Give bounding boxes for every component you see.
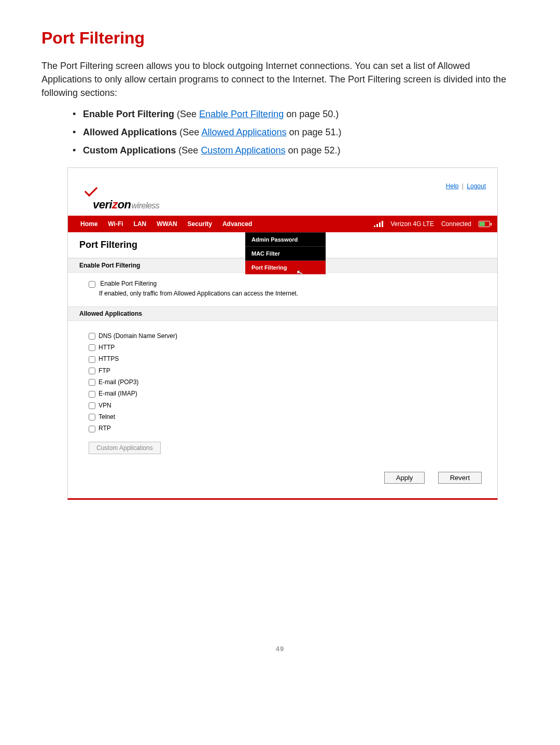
app-checkbox-ftp[interactable]: [89, 368, 95, 374]
check-icon: [83, 182, 99, 198]
app-label: E-mail (POP3): [99, 378, 138, 386]
outline-link[interactable]: Custom Applications: [201, 145, 285, 156]
outline-bold: Custom Applications: [83, 145, 176, 156]
page-number: 49: [41, 645, 519, 653]
logout-link[interactable]: Logout: [467, 182, 486, 190]
app-checkbox-http[interactable]: [89, 344, 95, 351]
outline-bold: Enable Port Filtering: [83, 109, 174, 119]
enable-port-filtering-checkbox[interactable]: [89, 281, 95, 288]
enable-port-filtering-label: Enable Port Filtering: [100, 280, 157, 287]
action-row: Apply Revert: [68, 463, 497, 498]
admin-screenshot: verizonwireless Help | Logout Home Wi-Fi…: [67, 167, 498, 499]
intro-paragraph: The Port Filtering screen allows you to …: [41, 59, 519, 100]
outline-link[interactable]: Allowed Applications: [201, 127, 286, 137]
outline-post: on page 51.): [287, 127, 342, 137]
app-checkbox-imap[interactable]: [89, 391, 95, 398]
custom-applications-button[interactable]: Custom Applications: [89, 442, 161, 454]
allowed-section-header: Allowed Applications: [68, 306, 497, 321]
app-label: HTTPS: [99, 355, 119, 362]
app-checkbox-pop3[interactable]: [89, 379, 95, 386]
allowed-apps-body: DNS (Domain Name Server) HTTP HTTPS FTP …: [68, 321, 497, 463]
nav-advanced[interactable]: Advanced: [217, 216, 257, 232]
section-outline: Enable Port Filtering (See Enable Port F…: [41, 109, 519, 156]
outline-post: on page 50.): [284, 109, 339, 119]
outline-item: Enable Port Filtering (See Enable Port F…: [73, 109, 519, 120]
app-label: VPN: [99, 402, 111, 409]
enable-section-body: Enable Port Filtering If enabled, only t…: [68, 273, 497, 306]
help-link[interactable]: Help: [446, 182, 459, 190]
separator: |: [462, 182, 464, 190]
nav-wwan[interactable]: WWAN: [151, 216, 182, 232]
menu-port-filtering[interactable]: Port Filtering ↖: [245, 260, 326, 274]
logo-brand-post: on: [118, 198, 131, 211]
menu-port-filtering-label: Port Filtering: [251, 264, 287, 271]
app-label: HTTP: [99, 344, 115, 351]
enable-hint: If enabled, only traffic from Allowed Ap…: [89, 290, 477, 297]
app-checkbox-vpn[interactable]: [89, 402, 95, 409]
main-nav: Home Wi-Fi LAN WWAN Security Advanced Ve…: [68, 216, 497, 232]
nav-wifi[interactable]: Wi-Fi: [103, 216, 128, 232]
nav-lan[interactable]: LAN: [129, 216, 152, 232]
signal-bars-icon: [374, 221, 383, 227]
menu-admin-password[interactable]: Admin Password: [245, 232, 326, 246]
security-dropdown: Admin Password MAC Filter Port Filtering…: [245, 232, 326, 274]
app-checkbox-dns[interactable]: [89, 333, 95, 340]
app-checkbox-telnet[interactable]: [89, 414, 95, 420]
outline-item: Custom Applications (See Custom Applicat…: [73, 145, 519, 156]
outline-item: Allowed Applications (See Allowed Applic…: [73, 127, 519, 138]
logo-sub: wireless: [132, 201, 160, 210]
revert-button[interactable]: Revert: [438, 472, 482, 484]
outline-post: on page 52.): [285, 145, 340, 156]
battery-icon: [479, 221, 490, 227]
app-label: RTP: [99, 425, 111, 432]
menu-mac-filter[interactable]: MAC Filter: [245, 246, 326, 260]
panel-title: Port Filtering: [68, 232, 169, 258]
connection-status: Connected: [441, 220, 471, 228]
carrier-label: Verizon 4G LTE: [390, 220, 434, 228]
app-checkbox-https[interactable]: [89, 356, 95, 363]
logo-brand-z: z: [112, 198, 118, 211]
nav-home[interactable]: Home: [75, 216, 103, 232]
app-checkbox-rtp[interactable]: [89, 426, 95, 432]
app-label: FTP: [99, 367, 110, 374]
verizon-logo: verizonwireless: [83, 182, 192, 212]
outline-pre: (See: [176, 145, 201, 156]
app-label: Telnet: [99, 413, 115, 420]
app-label: E-mail (IMAP): [99, 390, 137, 397]
app-label: DNS (Domain Name Server): [99, 332, 177, 340]
outline-pre: (See: [177, 127, 201, 137]
outline-pre: (See: [174, 109, 199, 119]
outline-bold: Allowed Applications: [83, 127, 177, 137]
apply-button[interactable]: Apply: [384, 472, 425, 484]
outline-link[interactable]: Enable Port Filtering: [199, 109, 284, 119]
page-title: Port Filtering: [41, 29, 519, 48]
nav-security[interactable]: Security: [183, 216, 217, 232]
logo-brand-pre: veri: [93, 198, 112, 211]
top-links: Help | Logout: [446, 182, 486, 190]
